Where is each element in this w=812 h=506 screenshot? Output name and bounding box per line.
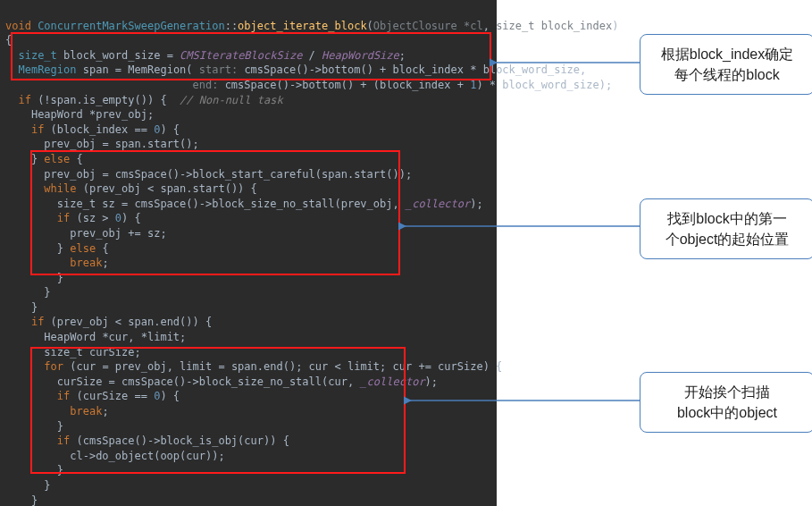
collector: _collector	[406, 198, 470, 210]
cond-empty: (!span.is_empty()) {	[31, 94, 167, 106]
for-cond: (cur = prev_obj, limit = span.end(); cur…	[63, 360, 502, 373]
callout-1-line2: 每个线程的block	[674, 67, 779, 82]
paren-open: (	[186, 63, 192, 76]
cond-idx0: (block_index ==	[44, 123, 154, 136]
kw-else: else	[44, 153, 70, 165]
brace-17: }	[57, 272, 63, 284]
cond-isobj: (cmsSpace()->block_is_obj(cur)) {	[70, 434, 289, 447]
cond-cs0: (curSize ==	[70, 390, 154, 402]
close-brace2: ) {	[121, 212, 141, 224]
while-cond: (prev_obj < span.start()) {	[76, 182, 256, 195]
semi2: ;	[102, 257, 108, 269]
kw-for: for	[44, 360, 63, 373]
arrow-3	[406, 392, 641, 409]
param2-type: size_t	[496, 20, 534, 32]
arrow-2	[400, 217, 641, 235]
close-brace3: ) {	[160, 390, 180, 402]
div: /	[302, 49, 322, 62]
arg-end-tail: ) * block_word_size);	[476, 79, 612, 91]
param1-type: ObjectClosure	[373, 20, 457, 32]
num-0b: 0	[115, 212, 121, 224]
kw-if5: if	[57, 390, 70, 402]
line-inc: prev_obj += sz;	[70, 227, 166, 240]
semi3: ;	[102, 405, 108, 417]
kw-if6: if	[57, 434, 70, 447]
callout-2-line1: 找到block中的第一	[667, 211, 786, 226]
brace-18: }	[44, 286, 50, 299]
ctor-memregion: MemRegion	[128, 63, 186, 76]
line-sz-post: );	[470, 198, 482, 210]
brace-31: }	[44, 479, 50, 492]
decl-cur: HeapWord *cur, *limit;	[44, 331, 186, 343]
param2-name: block_index	[541, 20, 612, 32]
else-close: }	[31, 153, 44, 165]
close-brace1: ) {	[160, 123, 180, 136]
line-curSize-post: );	[425, 375, 438, 388]
kw-if: if	[18, 94, 30, 106]
else-brace: {	[70, 153, 82, 165]
brace-19: }	[31, 301, 38, 314]
callout-3: 开始挨个扫描 block中的object	[640, 372, 812, 433]
assign: =	[109, 63, 129, 76]
type-memregion: MemRegion	[18, 63, 76, 76]
kw-void: void	[5, 20, 31, 32]
kw-else2: else	[70, 242, 96, 255]
callout-2: 找到block中的第一 个object的起始位置	[640, 198, 812, 259]
kw-break2: break	[70, 405, 102, 417]
kw-while: while	[44, 182, 76, 195]
eq: =	[160, 49, 180, 62]
code-editor: void ConcurrentMarkSweepGeneration::obje…	[0, 0, 497, 506]
decl-curSize: size_t curSize;	[44, 346, 140, 358]
type-size-t: size_t	[18, 49, 56, 62]
callout-3-line2: block中的object	[677, 405, 777, 420]
line-bsc: prev_obj = cmsSpace()->block_start_caref…	[44, 168, 412, 181]
brace-30: }	[57, 464, 63, 476]
const-hws: HeapWordSize	[322, 49, 399, 62]
arrow-1	[491, 54, 643, 72]
kw-break: break	[70, 257, 102, 269]
semi: ;	[399, 49, 406, 62]
arg-end: cmsSpace()->bottom() + (block_index +	[218, 79, 470, 91]
callout-1-line1: 根据block_index确定	[661, 46, 794, 62]
brace-32: }	[31, 494, 38, 506]
callout-1: 根据block_index确定 每个线程的block	[640, 34, 812, 95]
fn-name: object_iterate_block	[238, 20, 367, 32]
hint-start: start:	[193, 63, 239, 76]
line-doobj: cl->do_object(oop(cur));	[70, 450, 224, 462]
cond-end: (prev_obj < span.end()) {	[44, 316, 212, 328]
assign-prevobj: prev_obj = span.start();	[44, 138, 198, 150]
callout-2-line2: 个object的起始位置	[666, 232, 790, 247]
else-brace2: {	[96, 242, 108, 255]
kw-if3: if	[57, 212, 70, 224]
var-span: span	[83, 63, 109, 76]
const-cms: CMSIterateBlockSize	[180, 49, 302, 62]
brace-27: }	[57, 420, 63, 433]
param1-name: *cl	[464, 20, 483, 32]
collector2: _collector	[360, 375, 424, 388]
line-sz-pre: size_t sz = cmsSpace()->block_size_no_st…	[57, 198, 406, 210]
var-bws: block_word_size	[63, 49, 160, 62]
decl-prevobj: HeapWord *prev_obj;	[31, 108, 154, 121]
hint-end: end:	[193, 79, 219, 91]
kw-if2: if	[31, 123, 44, 136]
kw-if4: if	[31, 316, 44, 328]
callout-3-line1: 开始挨个扫描	[684, 384, 770, 400]
line-curSize-pre: curSize = cmsSpace()->block_size_no_stal…	[57, 375, 361, 388]
else-close2: }	[57, 242, 70, 255]
comment-nonnull: // Non-null task	[167, 94, 283, 106]
class-name: ConcurrentMarkSweepGeneration	[38, 20, 225, 32]
cond-sz: (sz >	[70, 212, 115, 224]
